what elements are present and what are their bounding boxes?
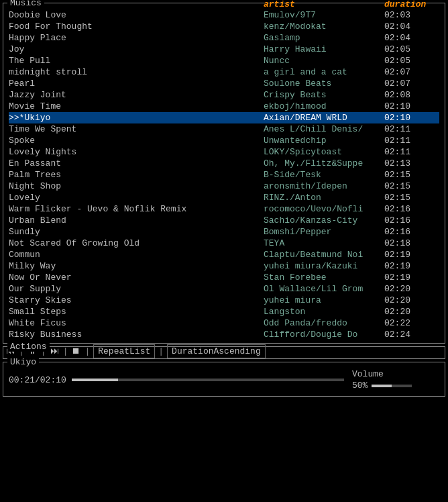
track-row[interactable]: Food For Thoughtkenz/Modokat02:04	[9, 21, 439, 32]
track-title: Warm Flicker - Uevo & Noflik Remix	[9, 204, 264, 214]
progress-bar-fill	[72, 379, 118, 381]
musics-header: Title artist duration	[3, 0, 445, 9]
track-duration: 02:18	[384, 238, 418, 248]
track-row[interactable]: midnight strolla girl and a cat02:07	[9, 66, 439, 78]
track-title: Doobie Love	[9, 10, 264, 20]
track-title: Urban Blend	[9, 215, 264, 225]
track-title: Not Scared Of Growing Old	[9, 238, 264, 248]
track-title: Commun	[9, 250, 264, 260]
player-panel-title: Ukiyo	[7, 357, 39, 367]
track-row[interactable]: JoyHarry Hawaii02:05	[9, 44, 439, 55]
track-duration: 02:16	[384, 227, 418, 237]
track-title: En Passant	[9, 158, 264, 168]
track-title: The Pull	[9, 56, 264, 66]
actions-row: ⏮ | ⏸ | ⏭ | ⏹ | RepeatList | DurationAsc…	[3, 344, 445, 358]
track-title: Starry Skies	[9, 295, 264, 305]
track-title: Spoke	[9, 136, 264, 146]
track-row[interactable]: Happy PlaceGaslamp02:04	[9, 32, 439, 44]
track-row[interactable]: Small StepsLangston02:20	[9, 306, 439, 317]
track-row[interactable]: En PassantOh, My./Flitz&Suppe02:13	[9, 158, 439, 169]
track-artist: Ol Wallace/Lil Grom	[264, 284, 384, 294]
track-title: Time We Spent	[9, 124, 264, 134]
track-artist: Claptu/Beatmund Noi	[264, 250, 384, 260]
track-duration: 02:10	[384, 113, 418, 123]
track-artist: kenz/Modokat	[264, 21, 384, 32]
player-progress-row: 00:21/02:10	[9, 375, 344, 385]
track-artist: LOKY/Spicytoast	[264, 147, 384, 157]
volume-bar[interactable]	[372, 385, 412, 387]
track-row[interactable]: Milky Wayyuhei miura/Kazuki02:19	[9, 260, 439, 272]
stop-button[interactable]: ⏹	[69, 345, 83, 358]
track-artist: Axian/DREAM WRLD	[264, 113, 384, 123]
track-row[interactable]: LovelyRINZ./Anton02:15	[9, 192, 439, 203]
track-row[interactable]: Time We SpentAnes L/Chill Denis/02:11	[9, 123, 439, 135]
col-artist-header: artist	[264, 0, 384, 9]
actions-panel: Actions ⏮ | ⏸ | ⏭ | ⏹ | RepeatList | Dur…	[3, 346, 445, 359]
track-row[interactable]: PearlSoulone Beats02:07	[9, 78, 439, 89]
track-row[interactable]: The PullNuncc02:05	[9, 55, 439, 66]
track-title: Jazzy Joint	[9, 90, 264, 100]
track-artist: Soulone Beats	[264, 79, 384, 89]
track-row[interactable]: Night Shoparonsmith/Idepen02:15	[9, 181, 439, 192]
track-duration: 02:13	[384, 158, 418, 168]
track-duration: 02:05	[384, 56, 418, 66]
track-row[interactable]: Jazzy JointCrispy Beats02:08	[9, 89, 439, 101]
track-row[interactable]: SpokeUnwantedchip02:11	[9, 135, 439, 146]
track-row[interactable]: SundlyBomshi/Pepper02:16	[9, 226, 439, 238]
track-duration: 02:07	[384, 67, 418, 77]
track-title: Movie Time	[9, 101, 264, 111]
track-duration: 02:08	[384, 90, 418, 100]
track-duration: 02:24	[384, 330, 418, 340]
track-artist: rocomoco/Uevo/Nofli	[264, 204, 384, 214]
sep3: |	[63, 346, 68, 356]
track-artist: B-Side/Tesk	[264, 170, 384, 180]
track-duration: 02:20	[384, 284, 418, 294]
repeat-button[interactable]: RepeatList	[93, 344, 155, 358]
track-duration: 02:11	[384, 136, 418, 146]
track-row[interactable]: CommunClaptu/Beatmund Noi02:19	[9, 249, 439, 260]
sort-button[interactable]: DurationAscending	[167, 344, 266, 358]
track-title: midnight stroll	[9, 67, 264, 77]
volume-pct: 50%	[352, 381, 368, 391]
track-row[interactable]: White FicusOdd Panda/freddo02:22	[9, 317, 439, 329]
track-row[interactable]: Warm Flicker - Uevo & Noflik Remixrocomo…	[9, 203, 439, 215]
musics-panel-title: Musics	[7, 0, 44, 8]
track-duration: 02:19	[384, 261, 418, 271]
track-title: Our Supply	[9, 284, 264, 294]
track-artist: Anes L/Chill Denis/	[264, 124, 384, 134]
track-row[interactable]: Palm TreesB-Side/Tesk02:15	[9, 169, 439, 181]
track-artist: a girl and a cat	[264, 67, 384, 77]
track-duration: 02:11	[384, 147, 418, 157]
track-row[interactable]: Doobie LoveEmulov/9T702:03	[9, 9, 439, 21]
track-title: Happy Place	[9, 33, 264, 43]
track-title: Lovely Nights	[9, 147, 264, 157]
track-duration: 02:03	[384, 10, 418, 20]
track-row[interactable]: Starry Skiesyuhei miura02:20	[9, 295, 439, 306]
track-row[interactable]: Now Or NeverStan Forebee02:19	[9, 272, 439, 283]
track-row[interactable]: Urban BlendSachio/Kanzas-City02:16	[9, 215, 439, 226]
track-row[interactable]: >>*UkiyoAxian/DREAM WRLD02:10	[9, 112, 439, 123]
player-left: 00:21/02:10	[9, 371, 344, 385]
track-row[interactable]: Our SupplyOl Wallace/Lil Grom02:20	[9, 283, 439, 295]
track-row[interactable]: Movie Timeekboj/himood02:10	[9, 101, 439, 112]
track-artist: Stan Forebee	[264, 272, 384, 283]
next-button[interactable]: ⏭	[48, 345, 62, 358]
track-artist: TEYA	[264, 238, 384, 248]
track-duration: 02:04	[384, 33, 418, 43]
track-artist: Langston	[264, 307, 384, 317]
track-artist: aronsmith/Idepen	[264, 181, 384, 191]
track-duration: 02:20	[384, 295, 418, 305]
track-artist: Nuncc	[264, 56, 384, 66]
track-title: Pearl	[9, 79, 264, 89]
track-list: Doobie LoveEmulov/9T702:03Food For Thoug…	[3, 9, 445, 343]
track-duration: 02:19	[384, 250, 418, 260]
track-row[interactable]: Lovely NightsLOKY/Spicytoast02:11	[9, 146, 439, 158]
track-row[interactable]: Risky BusinessClifford/Dougie Do02:24	[9, 329, 439, 340]
player-right: Volume 50%	[352, 369, 439, 391]
track-artist: Crispy Beats	[264, 90, 384, 100]
player-time: 00:21/02:10	[9, 375, 66, 385]
volume-title: Volume	[352, 369, 384, 379]
track-row[interactable]: Not Scared Of Growing OldTEYA02:18	[9, 238, 439, 249]
progress-bar[interactable]	[72, 379, 344, 381]
track-title: >>*Ukiyo	[9, 113, 264, 123]
